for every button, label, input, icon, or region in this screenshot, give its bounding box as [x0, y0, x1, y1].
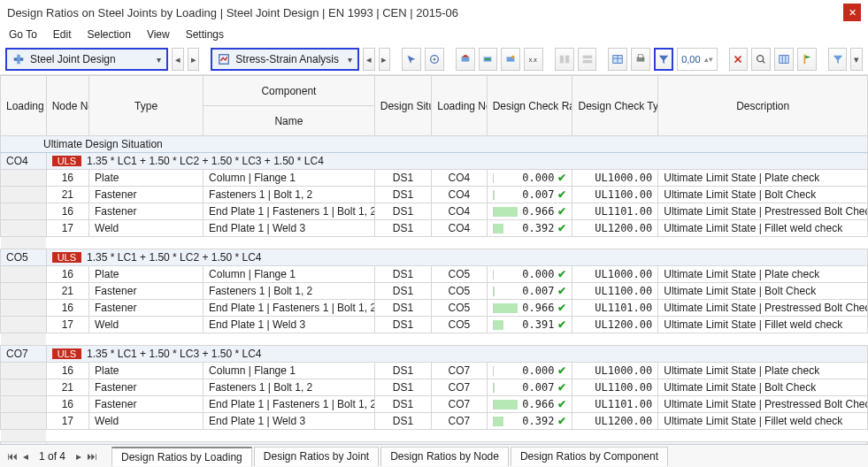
lno-cell[interactable]: CO5 [432, 266, 487, 283]
header-design-situation[interactable]: Design Situation [374, 76, 432, 136]
name-cell[interactable]: End Plate 1 | Weld 3 [204, 413, 375, 430]
lno-cell[interactable]: CO5 [432, 300, 487, 317]
table-row[interactable]: 21FastenerFasteners 1 | Bolt 1, 2DS1CO70… [1, 379, 868, 396]
type-cell[interactable]: Plate [89, 170, 204, 187]
lno-cell[interactable]: CO5 [432, 317, 487, 333]
checktype-cell[interactable]: UL1000.00 [572, 363, 658, 379]
name-cell[interactable]: Column | Flange 1 [204, 266, 375, 283]
desc-cell[interactable]: Ultimate Limit State | Prestressed Bolt … [658, 396, 868, 413]
ratio-cell[interactable]: 0.966✔ [487, 396, 572, 413]
ds-cell[interactable]: DS1 [374, 203, 432, 220]
loading-cell[interactable] [1, 300, 47, 317]
checktype-cell[interactable]: UL1101.00 [572, 203, 658, 220]
ratio-cell[interactable]: 0.966✔ [487, 203, 572, 220]
name-cell[interactable]: End Plate 1 | Fasteners 1 | Bolt 1, 2 [204, 203, 375, 220]
loading-cell[interactable] [1, 379, 47, 396]
result-view2-button[interactable] [479, 48, 498, 71]
target-tool-button[interactable] [425, 48, 444, 71]
columns-button[interactable] [774, 48, 794, 71]
loading-cell[interactable] [1, 396, 47, 413]
lno-cell[interactable]: CO7 [432, 379, 487, 396]
type-cell[interactable]: Fastener [89, 187, 204, 203]
node-cell[interactable]: 16 [46, 266, 88, 283]
ds-cell[interactable]: DS1 [374, 187, 432, 203]
lno-cell[interactable]: CO4 [432, 220, 487, 237]
find-button[interactable] [751, 48, 771, 71]
checktype-cell[interactable]: UL1100.00 [572, 187, 658, 203]
checktype-cell[interactable]: UL1200.00 [572, 317, 658, 333]
menu-view[interactable]: View [147, 28, 170, 41]
menu-edit[interactable]: Edit [53, 28, 72, 41]
lno-cell[interactable]: CO4 [432, 170, 487, 187]
close-button[interactable]: ✕ [843, 4, 861, 21]
loading-cell[interactable] [1, 170, 47, 187]
lno-cell[interactable]: CO4 [432, 203, 487, 220]
nav-next-button[interactable]: ▸ [188, 48, 200, 71]
analysis-type-dropdown[interactable]: Steel Joint Design ▾ [5, 48, 168, 71]
tab-by-loading[interactable]: Design Ratios by Loading [111, 447, 252, 466]
name-cell[interactable]: Column | Flange 1 [204, 170, 375, 187]
desc-cell[interactable]: Ultimate Limit State | Plate check [658, 266, 868, 283]
ds-cell[interactable]: DS1 [374, 413, 432, 430]
ds-cell[interactable]: DS1 [374, 396, 432, 413]
lno-cell[interactable]: CO5 [432, 283, 487, 300]
type-cell[interactable]: Fastener [89, 379, 204, 396]
lno-cell[interactable]: CO7 [432, 413, 487, 430]
layout2-button[interactable] [578, 48, 597, 71]
delete-button[interactable] [729, 48, 749, 71]
menu-settings[interactable]: Settings [186, 28, 224, 41]
table-row[interactable]: 21FastenerFasteners 1 | Bolt 1, 2DS1CO50… [1, 283, 868, 300]
checktype-cell[interactable]: UL1100.00 [572, 283, 658, 300]
desc-cell[interactable]: Ultimate Limit State | Fillet weld check [658, 413, 868, 430]
checktype-cell[interactable]: UL1200.00 [572, 220, 658, 237]
node-cell[interactable]: 16 [46, 170, 88, 187]
name-cell[interactable]: Fasteners 1 | Bolt 1, 2 [204, 187, 375, 203]
filter2-button[interactable] [828, 48, 848, 71]
checktype-cell[interactable]: UL1200.00 [572, 413, 658, 430]
ratio-cell[interactable]: 0.000✔ [487, 266, 572, 283]
node-cell[interactable]: 21 [46, 187, 88, 203]
print-button[interactable] [631, 48, 650, 71]
loading-cell[interactable] [1, 283, 47, 300]
header-loading-no2[interactable]: Loading No. [432, 76, 487, 136]
lno-cell[interactable]: CO7 [432, 363, 487, 379]
table-view-button[interactable] [608, 48, 627, 71]
node-cell[interactable]: 17 [46, 413, 88, 430]
desc-cell[interactable]: Ultimate Limit State | Bolt Check [658, 187, 868, 203]
tab-by-node[interactable]: Design Ratios by Node [380, 447, 509, 466]
ds-cell[interactable]: DS1 [374, 379, 432, 396]
group-loading-cell[interactable]: CO5 [1, 249, 47, 266]
loading-cell[interactable] [1, 266, 47, 283]
flag-button[interactable] [797, 48, 817, 71]
table-row[interactable]: 17WeldEnd Plate 1 | Weld 3DS1CO50.391✔UL… [1, 317, 868, 333]
node-cell[interactable]: 16 [46, 203, 88, 220]
name-cell[interactable]: Column | Flange 1 [204, 363, 375, 379]
node-cell[interactable]: 17 [46, 220, 88, 237]
desc-cell[interactable]: Ultimate Limit State | Plate check [658, 170, 868, 187]
menu-selection[interactable]: Selection [88, 28, 131, 41]
loading-cell[interactable] [1, 413, 47, 430]
header-type[interactable]: Type [89, 76, 204, 136]
name-cell[interactable]: End Plate 1 | Weld 3 [204, 317, 375, 333]
table-row[interactable]: 16PlateColumn | Flange 1DS1CO40.000✔UL10… [1, 170, 868, 187]
desc-cell[interactable]: Ultimate Limit State | Prestressed Bolt … [658, 203, 868, 220]
pager-prev-button[interactable]: ◂ [23, 450, 28, 463]
desc-cell[interactable]: Ultimate Limit State | Fillet weld check [658, 317, 868, 333]
checktype-cell[interactable]: UL1000.00 [572, 266, 658, 283]
header-component-group[interactable]: Component [204, 76, 375, 106]
layout1-button[interactable] [555, 48, 574, 71]
table-row[interactable]: 16PlateColumn | Flange 1DS1CO50.000✔UL10… [1, 266, 868, 283]
type-cell[interactable]: Weld [89, 317, 204, 333]
nav-next2-button[interactable]: ▸ [379, 48, 391, 71]
loading-cell[interactable] [1, 203, 47, 220]
type-cell[interactable]: Plate [89, 363, 204, 379]
name-cell[interactable]: End Plate 1 | Weld 3 [204, 220, 375, 237]
group-loading-cell[interactable]: CO7 [1, 346, 47, 363]
name-cell[interactable]: End Plate 1 | Fasteners 1 | Bolt 1, 2 [204, 396, 375, 413]
table-row[interactable]: 16FastenerEnd Plate 1 | Fasteners 1 | Bo… [1, 300, 868, 317]
type-cell[interactable]: Weld [89, 220, 204, 237]
name-cell[interactable]: End Plate 1 | Fasteners 1 | Bolt 1, 2 [204, 300, 375, 317]
desc-cell[interactable]: Ultimate Limit State | Fillet weld check [658, 220, 868, 237]
checktype-cell[interactable]: UL1101.00 [572, 300, 658, 317]
table-row[interactable]: 17WeldEnd Plate 1 | Weld 3DS1CO70.392✔UL… [1, 413, 868, 430]
